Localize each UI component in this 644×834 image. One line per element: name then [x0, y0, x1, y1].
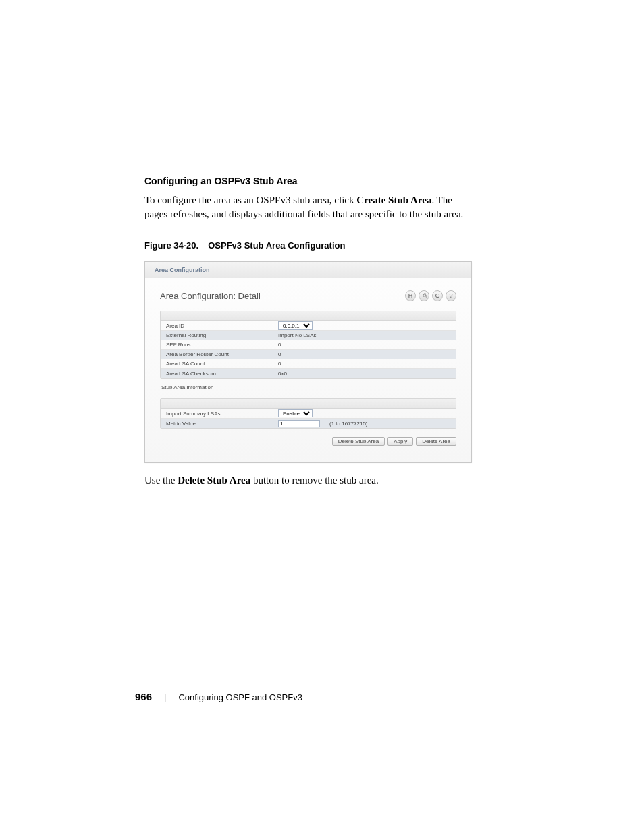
- label-import-summary-lsas: Import Summary LSAs: [161, 410, 275, 417]
- post-pre: Use the: [144, 475, 178, 486]
- value-abr-count: 0: [275, 350, 456, 358]
- select-area-id[interactable]: 0.0.0.1: [278, 321, 313, 330]
- row-import-summary-lsas: Import Summary LSAs Enable: [161, 409, 456, 419]
- panel-title: Area Configuration: Detail: [160, 291, 261, 301]
- label-metric-value: Metric Value: [161, 420, 275, 427]
- label-lsa-count: Area LSA Count: [161, 360, 275, 367]
- row-lsa-count: Area LSA Count 0: [161, 359, 456, 369]
- delete-area-button[interactable]: Delete Area: [416, 437, 456, 446]
- tab-area-configuration[interactable]: Area Configuration: [152, 265, 213, 275]
- label-spf-runs: SPF Runs: [161, 341, 275, 348]
- tab-strip: Area Configuration: [145, 262, 471, 278]
- save-icon[interactable]: H: [405, 290, 416, 301]
- figure-title: OSPFv3 Stub Area Configuration: [208, 240, 345, 251]
- help-icon[interactable]: ?: [446, 290, 456, 301]
- print-icon[interactable]: ⎙: [419, 290, 429, 301]
- panel-header: Area Configuration: Detail H ⎙ C ?: [160, 290, 456, 301]
- footer-divider: |: [164, 692, 166, 702]
- section-heading: Configuring an OSPFv3 Stub Area: [144, 176, 472, 186]
- row-lsa-checksum: Area LSA Checksum 0x0: [161, 369, 456, 378]
- delete-stub-area-button[interactable]: Delete Stub Area: [332, 437, 385, 446]
- value-lsa-checksum: 0x0: [275, 370, 456, 377]
- hint-metric-value: (1 to 16777215): [329, 421, 368, 427]
- post-bold: Delete Stub Area: [178, 475, 250, 486]
- page-number: 966: [135, 691, 152, 702]
- intro-paragraph: To configure the area as an OSPFv3 stub …: [144, 193, 472, 221]
- stub-area-information-label: Stub Area Information: [160, 379, 456, 394]
- label-lsa-checksum: Area LSA Checksum: [161, 370, 275, 377]
- footer-chapter-title: Configuring OSPF and OSPFv3: [178, 692, 302, 702]
- select-import-summary-lsas[interactable]: Enable: [278, 409, 313, 417]
- label-external-routing: External Routing: [161, 332, 275, 339]
- stub-section-header-blank: [161, 399, 456, 409]
- section-header-blank: [161, 311, 456, 321]
- stub-fields-box: Import Summary LSAs Enable Metric Value …: [160, 398, 456, 429]
- intro-pre: To configure the area as an OSPFv3 stub …: [144, 194, 356, 205]
- apply-button[interactable]: Apply: [387, 437, 413, 446]
- post-post: button to remove the stub area.: [250, 475, 379, 486]
- post-paragraph: Use the Delete Stub Area button to remov…: [144, 473, 472, 488]
- toolbar-icons: H ⎙ C ?: [405, 290, 456, 301]
- row-external-routing: External Routing Import No LSAs: [161, 331, 456, 340]
- screenshot-area-configuration: Area Configuration Area Configuration: D…: [144, 261, 472, 463]
- main-fields-box: Area ID 0.0.0.1 External Routing Import …: [160, 311, 456, 379]
- button-row: Delete Stub Area Apply Delete Area: [160, 429, 456, 446]
- row-metric-value: Metric Value (1 to 16777215): [161, 419, 456, 428]
- label-area-id: Area ID: [161, 322, 275, 330]
- figure-caption: Figure 34-20.OSPFv3 Stub Area Configurat…: [144, 240, 472, 251]
- row-abr-count: Area Border Router Count 0: [161, 350, 456, 359]
- value-lsa-count: 0: [275, 360, 456, 367]
- row-spf-runs: SPF Runs 0: [161, 340, 456, 350]
- intro-bold: Create Stub Area: [356, 194, 431, 205]
- figure-number: Figure 34-20.: [144, 240, 198, 251]
- row-area-id: Area ID 0.0.0.1: [161, 321, 456, 331]
- value-spf-runs: 0: [275, 341, 456, 348]
- panel: Area Configuration: Detail H ⎙ C ? Area …: [145, 278, 471, 462]
- page-footer: 966 | Configuring OSPF and OSPFv3: [135, 691, 302, 702]
- value-external-routing: Import No LSAs: [275, 332, 456, 339]
- input-metric-value[interactable]: [278, 420, 320, 427]
- refresh-icon[interactable]: C: [432, 290, 443, 301]
- label-abr-count: Area Border Router Count: [161, 350, 275, 358]
